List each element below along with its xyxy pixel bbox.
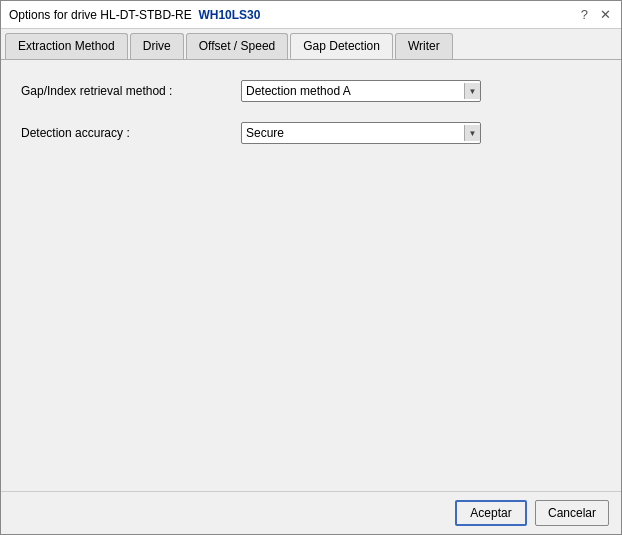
tabs-container: Extraction Method Drive Offset / Speed G…	[1, 29, 621, 60]
detection-accuracy-arrow: ▼	[464, 125, 480, 141]
title-drive: WH10LS30	[198, 8, 260, 22]
detection-accuracy-control: Secure ▼	[241, 122, 491, 144]
tab-extraction-method[interactable]: Extraction Method	[5, 33, 128, 59]
detection-accuracy-value: Secure	[246, 126, 284, 140]
window-title: Options for drive HL-DT-STBD-RE WH10LS30	[9, 8, 260, 22]
footer: Aceptar Cancelar	[1, 491, 621, 534]
help-button[interactable]: ?	[579, 7, 590, 22]
content-area: Gap/Index retrieval method : Detection m…	[1, 60, 621, 491]
title-bar-controls: ? ✕	[579, 7, 613, 22]
close-button[interactable]: ✕	[598, 7, 613, 22]
tab-gap-detection[interactable]: Gap Detection	[290, 33, 393, 59]
tab-offset-speed[interactable]: Offset / Speed	[186, 33, 289, 59]
gap-retrieval-label: Gap/Index retrieval method :	[21, 84, 241, 98]
aceptar-button[interactable]: Aceptar	[455, 500, 527, 526]
main-window: Options for drive HL-DT-STBD-RE WH10LS30…	[0, 0, 622, 535]
content-spacer	[21, 164, 601, 481]
title-prefix: Options for drive HL-DT-STBD-RE	[9, 8, 192, 22]
title-bar: Options for drive HL-DT-STBD-RE WH10LS30…	[1, 1, 621, 29]
detection-accuracy-dropdown[interactable]: Secure ▼	[241, 122, 481, 144]
gap-retrieval-control: Detection method A ▼	[241, 80, 491, 102]
tab-drive[interactable]: Drive	[130, 33, 184, 59]
tab-writer[interactable]: Writer	[395, 33, 453, 59]
detection-accuracy-row: Detection accuracy : Secure ▼	[21, 122, 601, 144]
detection-accuracy-label: Detection accuracy :	[21, 126, 241, 140]
cancelar-button[interactable]: Cancelar	[535, 500, 609, 526]
gap-retrieval-value: Detection method A	[246, 84, 351, 98]
gap-retrieval-dropdown[interactable]: Detection method A ▼	[241, 80, 481, 102]
gap-retrieval-arrow: ▼	[464, 83, 480, 99]
gap-retrieval-row: Gap/Index retrieval method : Detection m…	[21, 80, 601, 102]
